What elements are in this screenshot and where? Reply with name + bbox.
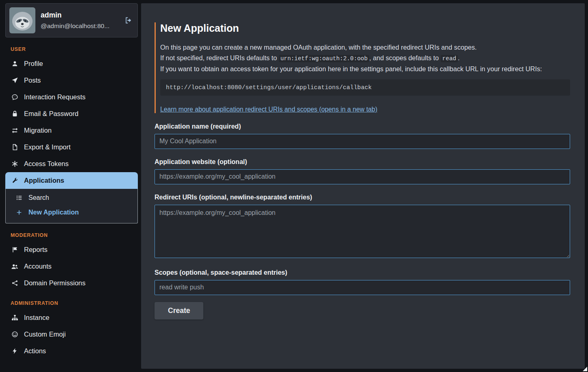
page-header: New Application On this page you can cre… — [155, 22, 570, 113]
create-button[interactable]: Create — [155, 302, 203, 319]
inline-code-read: read — [441, 55, 458, 62]
comment-icon — [11, 94, 19, 101]
sidebar-item-label: Export & Import — [24, 143, 71, 151]
flag-icon — [11, 246, 19, 253]
share-icon — [11, 280, 19, 287]
inline-code-oob: urn:ietf:wg:oauth:2.0:oob — [279, 55, 370, 62]
sidebar-item-access-tokens[interactable]: Access Tokens — [5, 155, 138, 172]
sidebar-item-migration[interactable]: Migration — [5, 122, 138, 139]
callback-url-code-block: http://localhost:8080/settings/user/appl… — [160, 79, 570, 96]
resize-grip-icon — [583, 367, 587, 371]
sidebar-item-search[interactable]: Search — [6, 190, 137, 205]
sidebar-item-label: Actions — [24, 347, 46, 355]
sidebar-item-new-application[interactable]: New Application — [6, 205, 137, 220]
smile-icon — [11, 331, 19, 338]
sidebar-item-label: Profile — [24, 60, 43, 68]
user-info: admin @admin@localhost:80... — [41, 11, 119, 30]
section-header-user: USER — [11, 46, 137, 52]
scopes-input[interactable] — [155, 280, 570, 295]
sidebar-nav: USER Profile Posts Interaction R — [5, 46, 138, 359]
intro-line-3: If you want to obtain an access token fo… — [160, 64, 570, 74]
intro-line-1: On this page you can create a new manage… — [160, 42, 570, 53]
sidebar-item-reports[interactable]: Reports — [5, 241, 138, 258]
sidebar-item-label: Email & Password — [24, 110, 78, 118]
user-name: admin — [41, 11, 119, 20]
sidebar-item-accounts[interactable]: Accounts — [5, 258, 138, 275]
user-card: admin @admin@localhost:80... — [5, 3, 138, 37]
application-website-input[interactable] — [155, 169, 570, 184]
paper-plane-icon — [11, 77, 19, 84]
redirect-uris-textarea[interactable] — [155, 205, 570, 258]
bolt-icon — [11, 348, 19, 354]
sidebar-item-profile[interactable]: Profile — [5, 55, 138, 72]
scopes-label: Scopes (optional, space-separated entrie… — [155, 269, 570, 276]
sidebar-item-label: Reports — [24, 246, 48, 254]
list-icon — [15, 195, 23, 201]
asterisk-icon — [11, 160, 19, 167]
user-icon — [11, 60, 19, 67]
plus-icon — [15, 209, 23, 216]
applications-submenu: Search New Application — [5, 189, 138, 223]
file-icon — [11, 144, 19, 151]
sidebar-item-label: Search — [28, 194, 49, 201]
application-name-label: Application name (required) — [155, 123, 570, 130]
section-header-moderation: MODERATION — [11, 232, 137, 238]
lock-icon — [11, 110, 19, 117]
tool-icon — [11, 177, 19, 184]
section-header-administration: ADMINISTRATION — [11, 300, 137, 306]
sloth-avatar-image — [9, 7, 35, 33]
logout-icon[interactable] — [124, 16, 133, 24]
sidebar-item-posts[interactable]: Posts — [5, 72, 138, 89]
learn-more-link[interactable]: Learn more about application redirect UR… — [160, 106, 377, 113]
sidebar-item-custom-emoji[interactable]: Custom Emoji — [5, 326, 138, 343]
application-name-input[interactable] — [155, 134, 570, 149]
sidebar-item-label: New Application — [28, 209, 79, 216]
sidebar-item-label: Access Tokens — [24, 160, 69, 168]
sidebar-item-export-import[interactable]: Export & Import — [5, 139, 138, 155]
sidebar-item-label: Domain Permissions — [24, 279, 85, 287]
redirect-uris-label: Redirect URIs (optional, newline-separat… — [155, 194, 570, 201]
exchange-icon — [11, 127, 19, 134]
intro-line-2: If not specified, redirect URIs defaults… — [160, 53, 570, 64]
sidebar-item-domain-permissions[interactable]: Domain Permissions — [5, 275, 138, 291]
sidebar-item-label: Instance — [24, 314, 49, 322]
application-website-label: Application website (optional) — [155, 158, 570, 166]
sidebar-item-label: Interaction Requests — [24, 93, 85, 101]
sidebar-item-label: Applications — [24, 177, 64, 184]
new-application-form: Application name (required) Application … — [155, 123, 570, 319]
sidebar-item-label: Custom Emoji — [24, 330, 66, 338]
sidebar-item-instance[interactable]: Instance — [5, 309, 138, 326]
users-icon — [11, 263, 19, 270]
main-panel: New Application On this page you can cre… — [141, 3, 585, 369]
intro-text: On this page you can create a new manage… — [160, 42, 570, 74]
sidebar-item-label: Migration — [24, 127, 52, 134]
user-handle: @admin@localhost:80... — [41, 22, 119, 30]
page-title: New Application — [160, 22, 570, 34]
sidebar-item-label: Posts — [24, 77, 41, 84]
sidebar: admin @admin@localhost:80... USER Profil… — [0, 0, 141, 372]
sidebar-item-email-password[interactable]: Email & Password — [5, 105, 138, 122]
sidebar-item-actions[interactable]: Actions — [5, 343, 138, 359]
sidebar-item-label: Accounts — [24, 263, 52, 270]
sitemap-icon — [11, 314, 19, 321]
sidebar-item-interaction-requests[interactable]: Interaction Requests — [5, 89, 138, 105]
sidebar-item-applications[interactable]: Applications — [5, 172, 138, 189]
avatar — [9, 7, 35, 33]
